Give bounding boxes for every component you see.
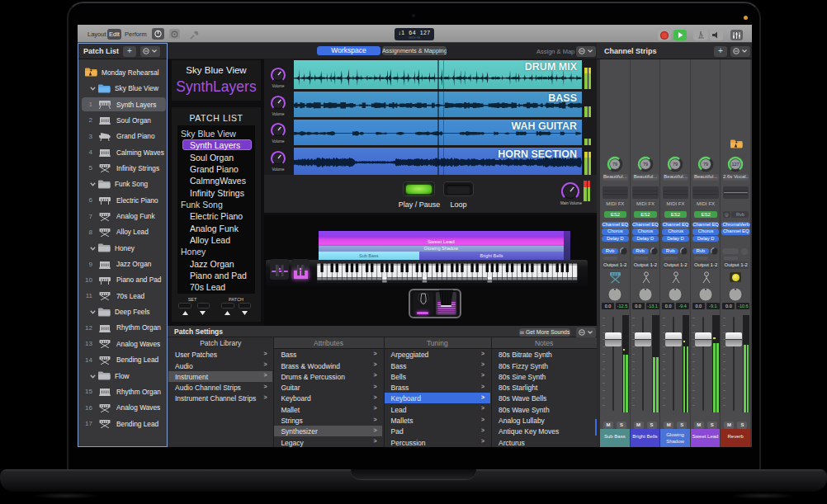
svg-text:79: 79	[673, 162, 678, 167]
svg-text:127: 127	[732, 162, 740, 167]
svg-text:79: 79	[643, 162, 648, 167]
svg-text:79: 79	[612, 162, 617, 167]
svg-text:79: 79	[703, 162, 708, 167]
